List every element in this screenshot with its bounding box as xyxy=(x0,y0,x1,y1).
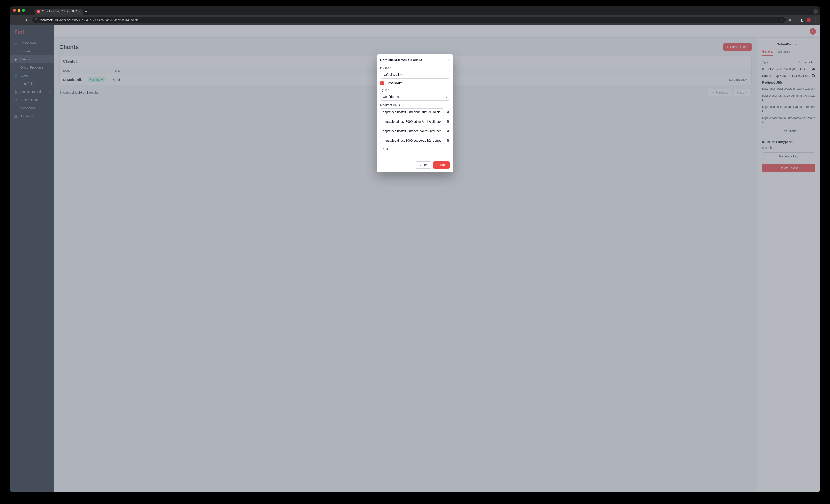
favicon: ✦ xyxy=(37,10,40,13)
new-tab-button[interactable]: + xyxy=(83,8,89,15)
window-maximize[interactable] xyxy=(22,9,25,12)
url-text: localhost:8000/admin/clients/3076540e-59… xyxy=(40,18,138,22)
modal-overlay[interactable]: Edit Client Default's client × Name * ✓ … xyxy=(10,25,316,192)
browser-tab[interactable]: ✦ Default's client · Clients · Fief × xyxy=(35,8,83,15)
forward-button[interactable]: → xyxy=(20,18,23,22)
reload-button[interactable]: ⟳ xyxy=(26,18,29,22)
close-icon[interactable]: × xyxy=(78,10,80,13)
address-bar[interactable]: ⓘ localhost:8000/admin/clients/3076540e-… xyxy=(32,17,316,23)
window-close[interactable] xyxy=(13,9,16,12)
window-minimize[interactable] xyxy=(18,9,20,12)
tab-title: Default's client · Clients · Fief xyxy=(42,10,77,13)
back-button[interactable]: ← xyxy=(12,18,16,22)
site-info-icon[interactable]: ⓘ xyxy=(35,18,38,22)
